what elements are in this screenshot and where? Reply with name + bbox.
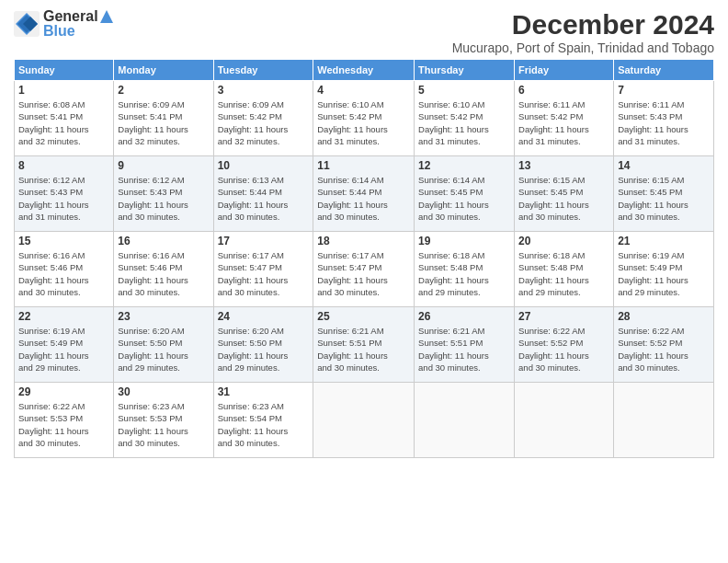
day-number: 29 xyxy=(18,385,109,398)
table-row: 18 Sunrise: 6:17 AM Sunset: 5:47 PM Dayl… xyxy=(313,232,415,307)
calendar-row: 15 Sunrise: 6:16 AM Sunset: 5:46 PM Dayl… xyxy=(15,232,714,307)
table-row: 30 Sunrise: 6:23 AM Sunset: 5:53 PM Dayl… xyxy=(114,383,213,458)
day-number: 31 xyxy=(218,385,310,398)
sunset-label: Sunset: 5:43 PM xyxy=(18,187,83,197)
table-row: 24 Sunrise: 6:20 AM Sunset: 5:50 PM Dayl… xyxy=(213,307,313,383)
daylight-label: Daylight: 11 hoursand 30 minutes. xyxy=(518,350,589,373)
day-info: Sunrise: 6:23 AM Sunset: 5:53 PM Dayligh… xyxy=(118,400,209,449)
table-row: 20 Sunrise: 6:18 AM Sunset: 5:48 PM Dayl… xyxy=(515,232,614,307)
sunset-label: Sunset: 5:42 PM xyxy=(218,111,282,121)
day-number: 19 xyxy=(418,235,510,247)
sunset-label: Sunset: 5:46 PM xyxy=(118,262,182,272)
sunrise-label: Sunrise: 6:23 AM xyxy=(218,401,284,411)
day-number: 25 xyxy=(317,310,410,323)
day-number: 1 xyxy=(18,84,109,97)
day-info: Sunrise: 6:09 AM Sunset: 5:42 PM Dayligh… xyxy=(218,98,310,147)
sunset-label: Sunset: 5:45 PM xyxy=(518,187,583,197)
sunrise-label: Sunrise: 6:22 AM xyxy=(618,326,684,336)
table-row: 22 Sunrise: 6:19 AM Sunset: 5:49 PM Dayl… xyxy=(15,307,114,383)
day-number: 5 xyxy=(418,84,510,97)
sunrise-label: Sunrise: 6:22 AM xyxy=(18,401,85,411)
daylight-label: Daylight: 11 hoursand 29 minutes. xyxy=(18,350,89,373)
day-number: 24 xyxy=(218,310,310,323)
daylight-label: Daylight: 11 hoursand 30 minutes. xyxy=(618,200,688,222)
day-info: Sunrise: 6:18 AM Sunset: 5:48 PM Dayligh… xyxy=(418,249,510,298)
day-number: 15 xyxy=(18,235,109,247)
sunrise-label: Sunrise: 6:10 AM xyxy=(418,99,484,109)
col-friday: Friday xyxy=(515,60,614,81)
day-number: 2 xyxy=(118,84,209,97)
table-row: 27 Sunrise: 6:22 AM Sunset: 5:52 PM Dayl… xyxy=(515,307,614,383)
sunrise-label: Sunrise: 6:12 AM xyxy=(18,175,85,185)
svg-marker-4 xyxy=(100,10,113,23)
calendar-row: 22 Sunrise: 6:19 AM Sunset: 5:49 PM Dayl… xyxy=(15,307,714,383)
day-number: 16 xyxy=(118,235,209,247)
table-row: 1 Sunrise: 6:08 AM Sunset: 5:41 PM Dayli… xyxy=(15,81,114,156)
logo-blue: Blue xyxy=(43,24,113,39)
daylight-label: Daylight: 11 hoursand 30 minutes. xyxy=(418,350,489,373)
sunrise-label: Sunrise: 6:23 AM xyxy=(118,401,184,411)
day-info: Sunrise: 6:21 AM Sunset: 5:51 PM Dayligh… xyxy=(418,325,510,373)
daylight-label: Daylight: 11 hoursand 29 minutes. xyxy=(118,350,188,373)
day-info: Sunrise: 6:14 AM Sunset: 5:44 PM Dayligh… xyxy=(317,174,410,223)
table-row xyxy=(515,383,614,458)
table-row: 21 Sunrise: 6:19 AM Sunset: 5:49 PM Dayl… xyxy=(614,232,714,307)
table-row xyxy=(313,383,415,458)
day-number: 14 xyxy=(618,159,710,172)
table-row: 12 Sunrise: 6:14 AM Sunset: 5:45 PM Dayl… xyxy=(415,156,515,232)
day-info: Sunrise: 6:20 AM Sunset: 5:50 PM Dayligh… xyxy=(218,325,310,373)
sunset-label: Sunset: 5:42 PM xyxy=(317,111,381,121)
daylight-label: Daylight: 11 hoursand 32 minutes. xyxy=(218,124,289,146)
daylight-label: Daylight: 11 hoursand 30 minutes. xyxy=(317,200,388,222)
daylight-label: Daylight: 11 hoursand 31 minutes. xyxy=(317,124,388,146)
table-row: 11 Sunrise: 6:14 AM Sunset: 5:44 PM Dayl… xyxy=(313,156,415,232)
sunrise-label: Sunrise: 6:17 AM xyxy=(317,250,383,260)
day-number: 30 xyxy=(118,385,209,398)
logo: General Blue xyxy=(14,9,113,39)
logo-triangle-icon xyxy=(100,10,113,23)
day-info: Sunrise: 6:12 AM Sunset: 5:43 PM Dayligh… xyxy=(118,174,209,223)
sunset-label: Sunset: 5:45 PM xyxy=(618,187,682,197)
day-info: Sunrise: 6:15 AM Sunset: 5:45 PM Dayligh… xyxy=(518,174,609,223)
sunset-label: Sunset: 5:47 PM xyxy=(218,262,282,272)
sunset-label: Sunset: 5:47 PM xyxy=(317,262,381,272)
day-info: Sunrise: 6:16 AM Sunset: 5:46 PM Dayligh… xyxy=(118,249,209,298)
calendar-row: 1 Sunrise: 6:08 AM Sunset: 5:41 PM Dayli… xyxy=(15,81,714,156)
sunset-label: Sunset: 5:53 PM xyxy=(18,413,83,423)
col-thursday: Thursday xyxy=(415,60,515,81)
col-tuesday: Tuesday xyxy=(213,60,313,81)
sunrise-label: Sunrise: 6:17 AM xyxy=(218,250,284,260)
day-info: Sunrise: 6:11 AM Sunset: 5:43 PM Dayligh… xyxy=(618,98,710,147)
table-row: 3 Sunrise: 6:09 AM Sunset: 5:42 PM Dayli… xyxy=(213,81,313,156)
day-info: Sunrise: 6:11 AM Sunset: 5:42 PM Dayligh… xyxy=(518,98,609,147)
table-row: 7 Sunrise: 6:11 AM Sunset: 5:43 PM Dayli… xyxy=(614,81,714,156)
sunset-label: Sunset: 5:50 PM xyxy=(118,338,182,348)
daylight-label: Daylight: 11 hoursand 30 minutes. xyxy=(518,200,589,222)
table-row: 8 Sunrise: 6:12 AM Sunset: 5:43 PM Dayli… xyxy=(15,156,114,232)
calendar-header-row: Sunday Monday Tuesday Wednesday Thursday… xyxy=(15,60,714,81)
daylight-label: Daylight: 11 hoursand 30 minutes. xyxy=(118,200,188,222)
day-info: Sunrise: 6:22 AM Sunset: 5:53 PM Dayligh… xyxy=(18,400,109,449)
day-number: 11 xyxy=(317,159,410,172)
day-info: Sunrise: 6:14 AM Sunset: 5:45 PM Dayligh… xyxy=(418,174,510,223)
day-number: 3 xyxy=(218,84,310,97)
table-row xyxy=(614,383,714,458)
day-number: 10 xyxy=(218,159,310,172)
day-number: 12 xyxy=(418,159,510,172)
calendar-table: Sunday Monday Tuesday Wednesday Thursday… xyxy=(14,59,714,458)
sunset-label: Sunset: 5:51 PM xyxy=(317,338,381,348)
sunset-label: Sunset: 5:49 PM xyxy=(618,262,682,272)
sunset-label: Sunset: 5:42 PM xyxy=(418,111,483,121)
day-info: Sunrise: 6:19 AM Sunset: 5:49 PM Dayligh… xyxy=(618,249,710,298)
daylight-label: Daylight: 11 hoursand 29 minutes. xyxy=(418,275,489,297)
sunrise-label: Sunrise: 6:18 AM xyxy=(418,250,484,260)
day-number: 27 xyxy=(518,310,609,323)
daylight-label: Daylight: 11 hoursand 29 minutes. xyxy=(218,350,289,373)
sunrise-label: Sunrise: 6:11 AM xyxy=(518,99,585,109)
daylight-label: Daylight: 11 hoursand 30 minutes. xyxy=(18,426,89,448)
daylight-label: Daylight: 11 hoursand 30 minutes. xyxy=(618,350,688,373)
sunrise-label: Sunrise: 6:14 AM xyxy=(418,175,484,185)
sunrise-label: Sunrise: 6:21 AM xyxy=(418,326,484,336)
sunset-label: Sunset: 5:43 PM xyxy=(618,111,682,121)
table-row: 16 Sunrise: 6:16 AM Sunset: 5:46 PM Dayl… xyxy=(114,232,213,307)
